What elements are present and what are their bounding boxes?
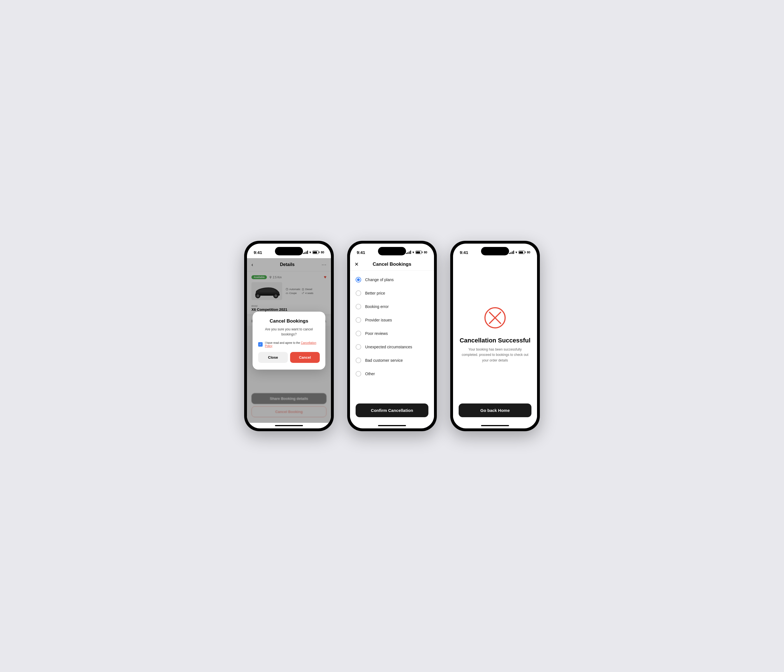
phone1-content: ‹ Details ⋯ Available 2.5 Km ♥ [247,258,331,423]
reason-label-provider-issues: Provider issues [365,318,392,322]
go-home-btn-area: Go back Home [453,400,537,423]
go-back-home-button[interactable]: Go back Home [459,403,532,417]
cancel-bookings-title: Cancel Bookings [373,261,411,267]
reason-item-other[interactable]: Other [350,367,434,381]
dynamic-island-3 [481,247,509,255]
home-indicator-1 [247,423,331,428]
radio-provider-issues[interactable] [356,317,361,323]
checkbox[interactable]: ✓ [258,342,263,347]
reason-item-unexpected[interactable]: Unexpected circumstances [350,340,434,354]
radio-booking-error[interactable] [356,304,361,310]
home-indicator-2 [350,423,434,428]
radio-poor-reviews[interactable] [356,331,361,336]
cancel-modal: Cancel Bookings Are you sure you want to… [252,312,325,370]
phones-container: 9:41 ▾ 80 [244,241,540,431]
confirm-cancellation-button[interactable]: Confirm Cancellation [356,403,428,417]
modal-overlay: Cancel Bookings Are you sure you want to… [247,258,331,423]
success-title: Cancellation Successful [459,337,530,344]
reason-label-bad-customer: Bad customer service [365,358,403,362]
radio-better-price[interactable] [356,290,361,296]
reason-label-booking-error: Booking error [365,304,389,309]
cancel-modal-button[interactable]: Cancel [290,352,320,363]
battery-icon-1 [313,250,319,254]
phone3-content: Cancellation Successful Your booking has… [453,258,537,423]
dynamic-island-1 [275,247,303,255]
wifi-icon-3: ▾ [515,250,517,254]
close-button[interactable]: ✕ [355,261,359,268]
modal-description: Are you sure you want to cancel bookings… [258,327,320,337]
success-description: Your booking has been successfully compl… [453,347,537,363]
home-indicator-3 [453,423,537,428]
signal-bars-2 [406,250,411,254]
battery-label-2: 80 [424,250,427,254]
battery-icon-3 [518,250,526,254]
success-icon-area [484,306,506,330]
check-icon: ✓ [259,343,261,346]
status-time-1: 9:41 [254,250,262,255]
modal-buttons: Close Cancel [258,352,320,363]
radio-other[interactable] [356,371,361,376]
checkbox-label: I have read and agree to the Cancellatio… [265,341,320,347]
signal-bars-3 [509,250,514,254]
reason-item-booking-error[interactable]: Booking error [350,300,434,313]
dynamic-island-2 [378,247,406,255]
modal-title: Cancel Bookings [258,318,320,324]
radio-unexpected[interactable] [356,344,361,350]
cancellation-icon [484,306,506,329]
reason-item-better-price[interactable]: Better price [350,286,434,300]
status-time-3: 9:41 [460,250,468,255]
phone2-content: ✕ Cancel Bookings Change of plans Better… [350,258,434,423]
status-icons-3: ▾ 80 [509,250,530,254]
battery-label-1: 80 [321,250,324,254]
radio-dot [357,278,360,281]
reason-item-change-of-plans[interactable]: Change of plans [350,273,434,286]
cancel-bookings-header: ✕ Cancel Bookings [350,258,434,271]
reason-item-bad-customer[interactable]: Bad customer service [350,354,434,367]
battery-label-3: 80 [527,250,530,254]
radio-bad-customer[interactable] [356,358,361,363]
status-time-2: 9:41 [357,250,365,255]
radio-change-of-plans[interactable] [356,277,361,283]
wifi-icon-1: ▾ [310,250,311,254]
modal-checkbox-row: ✓ I have read and agree to the Cancellat… [258,341,320,347]
reason-label-change-of-plans: Change of plans [365,277,394,282]
status-icons-2: ▾ 80 [406,250,427,254]
close-modal-button[interactable]: Close [258,352,288,363]
reason-label-poor-reviews: Poor reviews [365,331,388,336]
reason-item-poor-reviews[interactable]: Poor reviews [350,327,434,340]
phone2: 9:41 ▾ 80 [347,241,437,431]
signal-bars-1 [303,250,308,254]
battery-icon-2 [415,250,423,254]
wifi-icon-2: ▾ [412,250,414,254]
confirm-btn-area: Confirm Cancellation [350,400,434,423]
phone3: 9:41 ▾ 80 [450,241,540,431]
reason-label-other: Other [365,372,375,376]
phone1: 9:41 ▾ 80 [244,241,334,431]
reason-label-unexpected: Unexpected circumstances [365,345,412,349]
reason-label-better-price: Better price [365,291,385,296]
reasons-list: Change of plans Better price Booking err… [350,271,434,400]
reason-item-provider-issues[interactable]: Provider issues [350,313,434,327]
status-icons-1: ▾ 80 [303,250,324,254]
